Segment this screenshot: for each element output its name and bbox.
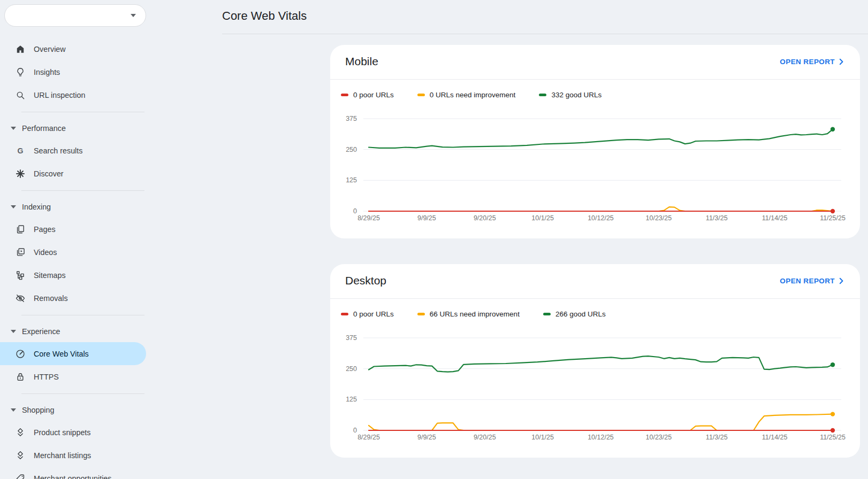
- sidebar-item-search-results[interactable]: GSearch results: [0, 139, 146, 162]
- legend-label: 0 poor URLs: [353, 91, 394, 99]
- sidebar-item-label: Discover: [34, 169, 64, 178]
- sidebar-nav: OverviewInsightsURL inspectionPerformanc…: [0, 37, 150, 479]
- svg-text:11/14/25: 11/14/25: [762, 214, 788, 222]
- svg-text:10/1/25: 10/1/25: [531, 434, 554, 441]
- chevron-right-icon: [839, 58, 844, 65]
- svg-text:11/14/25: 11/14/25: [762, 434, 788, 441]
- chevron-down-icon: [131, 14, 136, 17]
- sidebar-item-url-inspection[interactable]: URL inspection: [0, 83, 146, 106]
- svg-text:10/12/25: 10/12/25: [588, 434, 614, 441]
- layers-icon: [15, 427, 26, 438]
- svg-text:8/29/25: 8/29/25: [357, 214, 380, 222]
- desktop-chart: 01252503758/29/259/9/259/20/2510/1/2510/…: [330, 329, 860, 444]
- legend-marker: [417, 94, 425, 96]
- svg-text:11/3/25: 11/3/25: [706, 434, 728, 441]
- svg-text:250: 250: [346, 146, 357, 153]
- sidebar-item-label: Product snippets: [34, 428, 91, 437]
- asterisk-icon: [15, 168, 26, 179]
- mobile-open-report-button[interactable]: OPEN REPORT: [780, 58, 844, 66]
- legend-label: 266 good URLs: [555, 310, 606, 318]
- sidebar-section-indexing[interactable]: Indexing: [0, 196, 150, 218]
- section-label: Performance: [22, 124, 66, 133]
- svg-text:11/25/25: 11/25/25: [820, 434, 846, 441]
- sidebar-item-label: Pages: [34, 225, 56, 234]
- legend-label: 0 URLs need improvement: [430, 91, 516, 99]
- desktop-card-title: Desktop: [345, 274, 386, 287]
- page-header: Core Web Vitals: [222, 0, 868, 34]
- sidebar: OverviewInsightsURL inspectionPerformanc…: [0, 0, 150, 479]
- search-icon: [15, 90, 26, 101]
- svg-text:375: 375: [346, 334, 357, 342]
- sidebar-item-overview[interactable]: Overview: [0, 37, 146, 60]
- sidebar-item-label: Merchant listings: [34, 451, 91, 460]
- legend-label: 332 good URLs: [551, 91, 601, 99]
- sidebar-item-removals[interactable]: Removals: [0, 287, 146, 310]
- google-g-icon: G: [15, 145, 26, 156]
- legend-label: 0 poor URLs: [353, 310, 394, 318]
- mobile-card: Mobile OPEN REPORT 0 poor URLs0 URLs nee…: [330, 45, 860, 238]
- sidebar-item-label: Merchant opportunities: [34, 474, 111, 479]
- svg-text:10/23/25: 10/23/25: [646, 434, 672, 441]
- desktop-card-header: Desktop OPEN REPORT: [330, 264, 860, 290]
- open-report-label: OPEN REPORT: [780, 277, 835, 285]
- page-title: Core Web Vitals: [222, 9, 868, 22]
- sidebar-section-experience[interactable]: Experience: [0, 321, 150, 342]
- sidebar-item-label: Insights: [34, 68, 60, 76]
- section-label: Shopping: [22, 406, 54, 414]
- svg-text:11/25/25: 11/25/25: [820, 214, 846, 222]
- speedometer-icon: [15, 349, 26, 359]
- svg-text:125: 125: [346, 396, 357, 403]
- sidebar-item-core-web-vitals[interactable]: Core Web Vitals: [0, 342, 146, 365]
- sidebar-item-label: Overview: [34, 45, 66, 53]
- sidebar-item-videos[interactable]: Videos: [0, 241, 146, 264]
- sidebar-item-merchant-listings[interactable]: Merchant listings: [0, 444, 146, 467]
- legend-item: 0 poor URLs: [341, 91, 394, 99]
- tag-icon: [15, 473, 26, 479]
- sidebar-item-label: Videos: [34, 248, 57, 257]
- svg-text:125: 125: [346, 176, 357, 184]
- mobile-card-title: Mobile: [345, 55, 378, 68]
- sidebar-section-shopping[interactable]: Shopping: [0, 399, 150, 421]
- desktop-chart-legend: 0 poor URLs66 URLs need improvement266 g…: [330, 299, 860, 318]
- lock-icon: [15, 372, 26, 382]
- desktop-open-report-button[interactable]: OPEN REPORT: [780, 277, 844, 285]
- svg-text:0: 0: [353, 207, 357, 215]
- svg-text:0: 0: [353, 427, 357, 434]
- svg-text:10/1/25: 10/1/25: [531, 214, 554, 222]
- property-selector[interactable]: [4, 4, 146, 27]
- layers-icon: [15, 450, 26, 461]
- sidebar-section-performance[interactable]: Performance: [0, 118, 150, 139]
- lightbulb-icon: [15, 67, 26, 78]
- pages-icon: [15, 224, 26, 235]
- svg-text:11/3/25: 11/3/25: [706, 214, 728, 222]
- svg-text:10/12/25: 10/12/25: [588, 214, 614, 222]
- mobile-card-header: Mobile OPEN REPORT: [330, 45, 860, 71]
- svg-text:9/9/25: 9/9/25: [417, 434, 436, 441]
- sitemap-icon: [15, 270, 26, 281]
- sidebar-item-label: URL inspection: [34, 91, 85, 99]
- legend-item: 266 good URLs: [543, 310, 606, 318]
- arrow-drop-down-icon: [11, 330, 16, 333]
- arrow-drop-down-icon: [11, 127, 16, 130]
- svg-text:G: G: [17, 146, 23, 154]
- svg-text:250: 250: [346, 365, 357, 373]
- sidebar-item-https[interactable]: HTTPS: [0, 365, 146, 388]
- legend-marker: [539, 94, 546, 96]
- svg-text:9/9/25: 9/9/25: [417, 214, 436, 222]
- legend-item: 66 URLs need improvement: [417, 310, 520, 318]
- arrow-drop-down-icon: [11, 205, 16, 208]
- legend-label: 66 URLs need improvement: [430, 310, 520, 318]
- sidebar-item-pages[interactable]: Pages: [0, 218, 146, 241]
- sidebar-item-sitemaps[interactable]: Sitemaps: [0, 264, 146, 287]
- sidebar-item-merchant-opportunities[interactable]: Merchant opportunities: [0, 467, 146, 479]
- eye-off-icon: [15, 293, 26, 304]
- sidebar-item-insights[interactable]: Insights: [0, 60, 146, 83]
- sidebar-item-label: Search results: [34, 146, 82, 155]
- sidebar-item-label: HTTPS: [34, 373, 59, 381]
- open-report-label: OPEN REPORT: [780, 58, 835, 66]
- sidebar-divider: [21, 112, 144, 112]
- sidebar-divider: [21, 190, 144, 191]
- sidebar-item-discover[interactable]: Discover: [0, 162, 146, 185]
- sidebar-item-product-snippets[interactable]: Product snippets: [0, 421, 146, 444]
- home-icon: [15, 44, 26, 55]
